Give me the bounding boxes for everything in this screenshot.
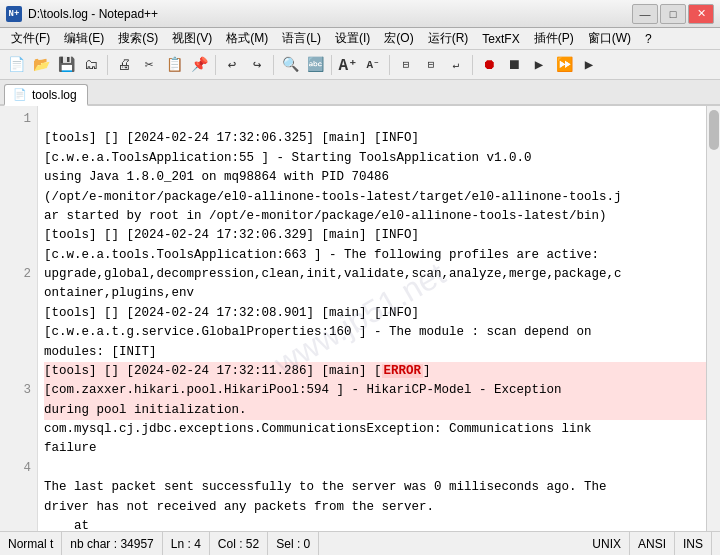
error-keyword: ERROR — [382, 364, 424, 378]
status-nb-char: nb char : 34957 — [62, 532, 162, 555]
toolbar: 📄 📂 💾 🗂 🖨 ✂ 📋 📌 ↩ ↪ 🔍 🔤 A⁺ A⁻ ⊟ ⊟ ↵ ⏺ ⏹ … — [0, 50, 720, 80]
vertical-scrollbar[interactable] — [706, 106, 720, 531]
window-controls: — □ ✕ — [632, 4, 714, 24]
menu-plugins[interactable]: 插件(P) — [527, 28, 581, 49]
log-line-7: The last packet sent successfully to the… — [44, 478, 714, 517]
tb-run[interactable]: ▶ — [577, 53, 601, 77]
encoding-label: ANSI — [638, 537, 666, 551]
minimize-button[interactable]: — — [632, 4, 658, 24]
log-line-3: [tools] [] [2024-02-24 17:32:08.901] [ma… — [44, 304, 714, 362]
tb-open[interactable]: 📂 — [29, 53, 53, 77]
menu-edit[interactable]: 编辑(E) — [57, 28, 111, 49]
app-icon: N+ — [6, 6, 22, 22]
tb-macro-play[interactable]: ▶ — [527, 53, 551, 77]
status-encoding: ANSI — [630, 532, 675, 555]
nb-char-value: 34957 — [120, 537, 153, 551]
status-ln: Ln : 4 — [163, 532, 210, 555]
menu-language[interactable]: 语言(L) — [275, 28, 328, 49]
tab-tools-log[interactable]: 📄 tools.log — [4, 84, 88, 106]
tb-redo[interactable]: ↪ — [245, 53, 269, 77]
title-bar: N+ D:\tools.log - Notepad++ — □ ✕ — [0, 0, 720, 28]
menu-search[interactable]: 搜索(S) — [111, 28, 165, 49]
mode-label: Normal t — [8, 537, 53, 551]
nb-char-label: nb char : — [70, 537, 117, 551]
maximize-button[interactable]: □ — [660, 4, 686, 24]
tb-undo[interactable]: ↩ — [220, 53, 244, 77]
tb-macro-stop[interactable]: ⏹ — [502, 53, 526, 77]
menu-file[interactable]: 文件(F) — [4, 28, 57, 49]
status-col: Col : 52 — [210, 532, 268, 555]
tb-print[interactable]: 🖨 — [112, 53, 136, 77]
close-button[interactable]: ✕ — [688, 4, 714, 24]
tb-macro-rec[interactable]: ⏺ — [477, 53, 501, 77]
tb-save-all[interactable]: 🗂 — [79, 53, 103, 77]
status-sel: Sel : 0 — [268, 532, 319, 555]
tab-label: tools.log — [32, 88, 77, 102]
menu-settings[interactable]: 设置(I) — [328, 28, 377, 49]
line-numbers: 1 2 3 4 5 6 7 8 — [0, 106, 38, 531]
tb-sep2 — [215, 55, 216, 75]
tb-sep1 — [107, 55, 108, 75]
tb-find[interactable]: 🔍 — [278, 53, 302, 77]
tb-macro-run[interactable]: ⏩ — [552, 53, 576, 77]
tb-sep6 — [472, 55, 473, 75]
status-line-ending: UNIX — [584, 532, 630, 555]
ln-label: Ln : — [171, 537, 191, 551]
tb-paste[interactable]: 📌 — [187, 53, 211, 77]
tb-save[interactable]: 💾 — [54, 53, 78, 77]
tb-sep4 — [331, 55, 332, 75]
menu-window[interactable]: 窗口(W) — [581, 28, 638, 49]
sel-value: 0 — [304, 537, 311, 551]
menu-run[interactable]: 运行(R) — [421, 28, 476, 49]
tb-replace[interactable]: 🔤 — [303, 53, 327, 77]
menu-view[interactable]: 视图(V) — [165, 28, 219, 49]
menu-help[interactable]: ? — [638, 30, 659, 48]
ln-value: 4 — [194, 537, 201, 551]
tb-wrap[interactable]: ↵ — [444, 53, 468, 77]
log-line-4: [tools] [] [2024-02-24 17:32:11.286] [ma… — [44, 362, 714, 420]
status-bar: Normal t nb char : 34957 Ln : 4 Col : 52… — [0, 531, 720, 555]
status-mode: Normal t — [8, 532, 62, 555]
line-ending-label: UNIX — [592, 537, 621, 551]
tb-sep3 — [273, 55, 274, 75]
tb-sync-h[interactable]: ⊟ — [419, 53, 443, 77]
log-line-6 — [44, 459, 714, 478]
log-line-8: at com.mysql.cj.jdbc.exceptions.SQLError… — [44, 517, 714, 531]
tb-sep5 — [389, 55, 390, 75]
tb-zoom-out[interactable]: A⁻ — [361, 53, 385, 77]
menu-format[interactable]: 格式(M) — [219, 28, 275, 49]
col-value: 52 — [246, 537, 259, 551]
log-line-2: [tools] [] [2024-02-24 17:32:06.329] [ma… — [44, 226, 714, 304]
tb-new[interactable]: 📄 — [4, 53, 28, 77]
scroll-thumb[interactable] — [709, 110, 719, 150]
tb-cut[interactable]: ✂ — [137, 53, 161, 77]
ins-label: INS — [683, 537, 703, 551]
editor-container: 1 2 3 4 5 6 7 8 [tools] [] [2024-02-24 1… — [0, 106, 720, 531]
editor-content[interactable]: [tools] [] [2024-02-24 17:32:06.325] [ma… — [38, 106, 720, 531]
tab-file-icon: 📄 — [13, 88, 27, 101]
log-line-5: com.mysql.cj.jdbc.exceptions.Communicati… — [44, 420, 714, 459]
tb-sync-v[interactable]: ⊟ — [394, 53, 418, 77]
col-label: Col : — [218, 537, 243, 551]
window-title: D:\tools.log - Notepad++ — [28, 7, 632, 21]
menu-bar: 文件(F) 编辑(E) 搜索(S) 视图(V) 格式(M) 语言(L) 设置(I… — [0, 28, 720, 50]
menu-macro[interactable]: 宏(O) — [377, 28, 420, 49]
tb-copy[interactable]: 📋 — [162, 53, 186, 77]
log-line-1: [tools] [] [2024-02-24 17:32:06.325] [ma… — [44, 129, 714, 226]
status-ins: INS — [675, 532, 712, 555]
tb-zoom-in[interactable]: A⁺ — [336, 53, 360, 77]
tab-bar: 📄 tools.log — [0, 80, 720, 106]
sel-label: Sel : — [276, 537, 300, 551]
menu-textfx[interactable]: TextFX — [475, 30, 526, 48]
